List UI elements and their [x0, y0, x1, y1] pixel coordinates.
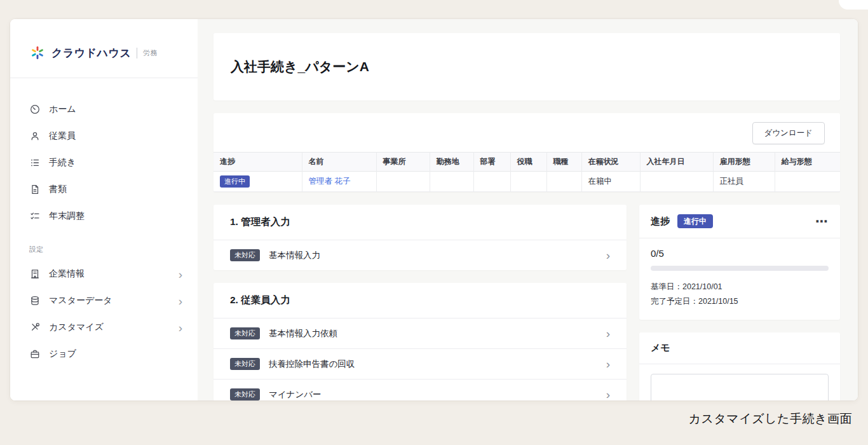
memo-input[interactable] [651, 374, 829, 400]
checklist-icon [29, 210, 41, 222]
sidebar-item-label: 手続き [49, 157, 76, 168]
column-header-work-location: 勤務地 [430, 153, 473, 172]
column-header-office: 事業所 [376, 153, 430, 172]
progress-panel: 進捗 進行中 ⋯ 0/5 基準日：2021/10/01 完了予定日：2021/1… [639, 205, 840, 320]
memo-panel-header: メモ [639, 332, 840, 364]
main-content: 入社手続き_パターンA ダウンロード 進捗 名前 事業所 勤務地 [198, 19, 858, 400]
cell-progress: 進行中 [214, 172, 302, 192]
sidebar-item-label: マスターデータ [49, 295, 112, 306]
column-header-employment-type: 雇用形態 [713, 153, 775, 172]
cell-department [473, 172, 510, 192]
step-item-basic-info-request[interactable]: 未対応 基本情報入力依頼 › [214, 318, 627, 349]
employee-row: 進行中 管理者 花子 在籍中 正社員 [214, 172, 840, 192]
progress-panel-title: 進捗 [651, 216, 670, 228]
cell-job-type [546, 172, 581, 192]
column-header-hire-date: 入社年月日 [640, 153, 713, 172]
section-title: 2. 従業員入力 [214, 283, 627, 318]
base-date: 基準日：2021/10/01 [651, 280, 829, 294]
status-badge: 未対応 [230, 358, 260, 370]
decorative-corner [839, 0, 868, 10]
sidebar-item-label: 企業情報 [49, 268, 85, 280]
sidebar-item-procedures[interactable]: 手続き [29, 149, 185, 176]
list-icon [29, 157, 41, 168]
status-badge: 未対応 [230, 388, 260, 400]
employee-name-link[interactable]: 管理者 花子 [309, 177, 351, 186]
status-badge: 未対応 [230, 249, 260, 261]
document-icon [29, 184, 41, 195]
progress-count: 0/5 [651, 248, 829, 259]
section-employee-input: 2. 従業員入力 未対応 基本情報入力依頼 › 未対応 扶養控除申告書の回収 ›… [214, 283, 627, 400]
step-item-dependent-deduction[interactable]: 未対応 扶養控除申告書の回収 › [214, 349, 627, 380]
table-toolbar: ダウンロード [214, 122, 840, 152]
column-header-position: 役職 [510, 153, 546, 172]
cell-work-location [430, 172, 473, 192]
database-icon [29, 295, 41, 306]
sidebar-item-master-data[interactable]: マスターデータ › [29, 287, 185, 314]
progress-panel-body: 0/5 基準日：2021/10/01 完了予定日：2021/10/15 [639, 238, 840, 320]
due-date: 完了予定日：2021/10/15 [651, 294, 829, 309]
cell-employment-type: 正社員 [713, 172, 775, 192]
chevron-right-icon: › [606, 388, 610, 400]
sidebar-item-home[interactable]: ホーム [29, 96, 185, 123]
chevron-right-icon: › [606, 327, 610, 339]
cell-salary-type [775, 172, 840, 192]
section-title: 1. 管理者入力 [214, 205, 627, 240]
sidebar-item-label: 従業員 [49, 130, 76, 142]
cell-office [376, 172, 430, 192]
logo-block: クラウドハウス 労務 [10, 19, 198, 78]
chevron-right-icon: › [179, 268, 185, 280]
sidebar-nav: ホーム 従業員 手続き 書類 [10, 78, 198, 367]
person-icon [29, 130, 41, 142]
sidebar-item-label: ホーム [49, 104, 76, 115]
cell-hire-date [640, 172, 713, 192]
cell-enrollment: 在籍中 [581, 172, 640, 192]
sidebar-item-documents[interactable]: 書類 [29, 176, 185, 203]
memo-panel-body [639, 364, 840, 400]
memo-panel: メモ [639, 332, 840, 400]
sidebar-item-label: 書類 [49, 184, 67, 195]
sidebar-item-employees[interactable]: 従業員 [29, 123, 185, 149]
column-header-salary-type: 給与形態 [775, 153, 840, 172]
employee-table: 進捗 名前 事業所 勤務地 部署 役職 職種 在籍状況 入社年月日 雇用形態 給… [214, 152, 840, 192]
status-badge: 進行中 [677, 214, 713, 228]
sidebar-item-label: ジョブ [49, 348, 76, 360]
step-item-my-number[interactable]: 未対応 マイナンバー › [214, 380, 627, 400]
column-header-department: 部署 [473, 153, 510, 172]
page-title-card: 入社手続き_パターンA [214, 33, 840, 100]
chevron-right-icon: › [606, 249, 610, 261]
chevron-right-icon: › [179, 295, 185, 307]
status-badge: 進行中 [220, 175, 250, 188]
sidebar: クラウドハウス 労務 ホーム 従業員 [10, 19, 198, 400]
chevron-right-icon: › [606, 358, 610, 370]
memo-panel-title: メモ [651, 342, 670, 354]
status-badge: 未対応 [230, 327, 260, 339]
sidebar-item-customize[interactable]: カスタマイズ › [29, 314, 185, 341]
column-header-name: 名前 [302, 153, 376, 172]
more-options-icon[interactable]: ⋯ [815, 217, 829, 225]
logo-text: クラウドハウス [51, 46, 131, 60]
progress-bar [651, 266, 829, 271]
progress-dates: 基準日：2021/10/01 完了予定日：2021/10/15 [651, 280, 829, 308]
briefcase-icon [29, 348, 41, 360]
column-header-progress: 進捗 [214, 153, 302, 172]
sidebar-item-company-info[interactable]: 企業情報 › [29, 261, 185, 287]
step-item-basic-info[interactable]: 未対応 基本情報入力 › [214, 240, 627, 270]
cell-position [510, 172, 546, 192]
table-header-row: 進捗 名前 事業所 勤務地 部署 役職 職種 在籍状況 入社年月日 雇用形態 給… [214, 153, 840, 172]
tools-icon [29, 322, 41, 333]
logo-divider [137, 48, 137, 58]
column-header-job-type: 職種 [546, 153, 581, 172]
progress-panel-header: 進捗 進行中 ⋯ [639, 205, 840, 238]
chevron-right-icon: › [179, 322, 185, 334]
logo-product-label: 労務 [143, 48, 157, 58]
sidebar-item-jobs[interactable]: ジョブ [29, 341, 185, 367]
column-header-enrollment: 在籍状況 [581, 153, 640, 172]
settings-section-label: 設定 [29, 245, 185, 254]
section-admin-input: 1. 管理者入力 未対応 基本情報入力 › [214, 205, 627, 270]
app-window: クラウドハウス 労務 ホーム 従業員 [10, 19, 858, 400]
image-caption: カスタマイズした手続き画面 [688, 411, 852, 427]
building-icon [29, 268, 41, 280]
download-button[interactable]: ダウンロード [752, 122, 825, 144]
sidebar-item-yearend[interactable]: 年末調整 [29, 203, 185, 229]
content-row: 1. 管理者入力 未対応 基本情報入力 › 2. 従業員入力 未対応 基本情報入… [214, 205, 840, 400]
